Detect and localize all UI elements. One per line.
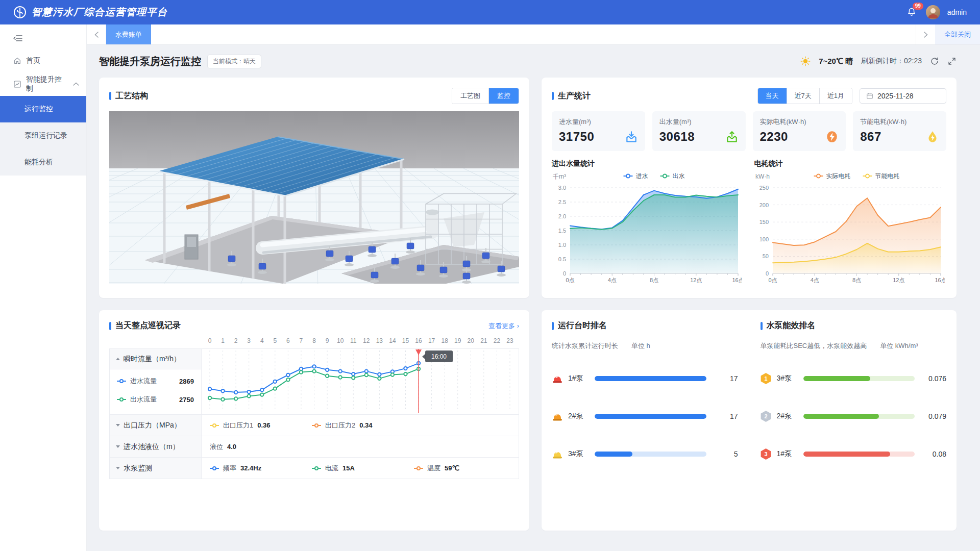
water-chart-title: 进出水量统计 bbox=[552, 159, 744, 168]
inflow-marker-icon bbox=[117, 379, 126, 384]
view-more-link[interactable]: 查看更多 › bbox=[488, 321, 519, 331]
monitor-button[interactable]: 监控 bbox=[488, 88, 519, 104]
efficiency-ranking: 水泵能效排名 单泵能耗比SEC越低，水泵能效越高单位 kWh/m³ 1 3#泵 … bbox=[761, 320, 947, 486]
patrol-row-flow-header[interactable]: 瞬时流量（m³/h） bbox=[110, 349, 201, 369]
patrol-row-pump-monitor-header[interactable]: 水泵监测 bbox=[110, 458, 202, 479]
sidebar-item-home[interactable]: 首页 bbox=[0, 49, 86, 72]
range-tab-today[interactable]: 当天 bbox=[758, 88, 787, 104]
svg-text:进水: 进水 bbox=[636, 172, 648, 180]
fullscreen-icon[interactable] bbox=[947, 57, 957, 66]
patrol-table: 瞬时流量（m³/h） 进水流量 2869 出水流量 2750 bbox=[109, 348, 519, 479]
range-tab-7days[interactable]: 近7天 bbox=[787, 88, 819, 104]
svg-text:千m³: 千m³ bbox=[553, 173, 566, 180]
refresh-countdown: 刷新倒计时：02:23 bbox=[861, 57, 922, 66]
svg-text:250: 250 bbox=[759, 185, 768, 191]
runtime-rank-row-2: 2#泵 17 bbox=[552, 411, 738, 422]
date-picker[interactable]: 2025-11-28 bbox=[860, 88, 946, 104]
close-all-tabs-button[interactable]: 全部关闭 bbox=[935, 24, 980, 44]
mode-badge: 当前模式：晴天 bbox=[207, 55, 261, 68]
current-marker-icon bbox=[312, 466, 321, 471]
power-consumption-chart: kW·h实际电耗节能电耗0501001502002500点4点8点12点16点 bbox=[754, 169, 945, 286]
page-title: 智能提升泵房运行监控 bbox=[99, 55, 201, 68]
app-logo-icon bbox=[13, 6, 27, 19]
username[interactable]: admin bbox=[947, 8, 967, 16]
home-icon bbox=[13, 57, 21, 65]
svg-text:节能电耗: 节能电耗 bbox=[875, 172, 899, 180]
legend-outflow: 出水流量 2750 bbox=[117, 395, 194, 404]
range-tab-1month[interactable]: 近1月 bbox=[819, 88, 852, 104]
stat-cards: 进水量(m³) 31750 出水量(m³) 30618 bbox=[552, 111, 946, 151]
sidebar-group-smart-lift-control[interactable]: 智能提升控制 bbox=[0, 72, 86, 96]
patrol-row-pressure-header[interactable]: 出口压力（MPa） bbox=[110, 415, 202, 436]
temperature-marker-icon bbox=[414, 466, 423, 471]
production-panel-title: 生产统计 bbox=[552, 91, 591, 102]
rankings-panel: 运行台时排名 统计水泵累计运行时长单位 h 1#泵 17 bbox=[542, 310, 957, 531]
control-chart-icon bbox=[13, 80, 21, 88]
water-flow-chart-block: 进出水量统计 千m³进水出水00.51.01.52.02.53.00点4点8点1… bbox=[552, 159, 744, 286]
tab-scroll-right-button[interactable] bbox=[916, 24, 935, 44]
collapse-caret-icon bbox=[116, 358, 120, 360]
svg-text:0点: 0点 bbox=[566, 277, 574, 283]
water-out-icon bbox=[725, 130, 739, 143]
power-saving-icon bbox=[926, 130, 939, 143]
process-diagram-button[interactable]: 工艺图 bbox=[452, 88, 488, 104]
current-item: 电流15A bbox=[312, 464, 414, 473]
expand-caret-icon bbox=[116, 445, 120, 448]
svg-text:0: 0 bbox=[765, 270, 768, 277]
stat-actual-power: 实际电耗(kW·h) 2230 bbox=[753, 111, 846, 151]
process-view-toggle: 工艺图 监控 bbox=[452, 88, 519, 104]
svg-text:出水: 出水 bbox=[673, 172, 685, 180]
process-structure-panel: 工艺结构 工艺图 监控 bbox=[99, 78, 529, 298]
svg-text:kW·h: kW·h bbox=[755, 173, 770, 180]
patrol-panel-title: 当天整点巡视记录 bbox=[109, 320, 181, 331]
svg-text:0.5: 0.5 bbox=[558, 256, 566, 262]
efficiency-rank-row-2: 2 2#泵 0.079 bbox=[761, 411, 947, 422]
notification-badge: 99 bbox=[913, 3, 923, 10]
svg-text:4点: 4点 bbox=[608, 277, 617, 283]
sidebar-collapse-button[interactable] bbox=[0, 24, 86, 49]
svg-text:150: 150 bbox=[759, 219, 768, 225]
process-panel-title: 工艺结构 bbox=[109, 91, 148, 102]
patrol-row-level-header[interactable]: 进水池液位（m） bbox=[110, 436, 202, 457]
svg-text:12点: 12点 bbox=[893, 277, 904, 283]
pressure-2-marker-icon bbox=[312, 423, 321, 428]
water-flow-chart: 千m³进水出水00.51.01.52.02.53.00点4点8点12点16点 bbox=[552, 169, 742, 286]
stat-outflow: 出水量(m³) 30618 bbox=[652, 111, 746, 151]
notifications-button[interactable]: 99 bbox=[904, 5, 919, 19]
alarm-red-icon bbox=[552, 373, 563, 384]
date-range-tabs: 当天 近7天 近1月 bbox=[757, 88, 852, 104]
temperature-item: 温度59℃ bbox=[414, 464, 516, 473]
sidebar-item-pump-run-records[interactable]: 泵组运行记录 bbox=[0, 122, 86, 149]
runtime-rank-row-3: 3#泵 5 bbox=[552, 448, 738, 460]
svg-text:50: 50 bbox=[762, 253, 768, 259]
svg-text:3.0: 3.0 bbox=[558, 185, 566, 191]
brand: 智慧污水厂综合运营管理平台 bbox=[13, 6, 168, 19]
svg-text:16点: 16点 bbox=[732, 277, 742, 283]
tab-scroll-left-button[interactable] bbox=[87, 24, 106, 44]
svg-text:8点: 8点 bbox=[650, 277, 658, 283]
efficiency-ranking-title: 水泵能效排名 bbox=[761, 320, 947, 331]
patrol-record-panel: 当天整点巡视记录 查看更多 › 012345678910111213141516… bbox=[99, 310, 529, 531]
power-actual-icon bbox=[825, 130, 839, 143]
sidebar-item-energy-analysis[interactable]: 能耗分析 bbox=[0, 149, 86, 176]
runtime-ranking: 运行台时排名 统计水泵累计运行时长单位 h 1#泵 17 bbox=[552, 320, 738, 486]
sun-icon bbox=[800, 56, 811, 66]
sidebar-item-run-monitoring[interactable]: 运行监控 bbox=[0, 96, 86, 122]
frequency-item: 频率32.4Hz bbox=[210, 464, 312, 473]
runtime-rank-row-1: 1#泵 17 bbox=[552, 373, 738, 384]
svg-text:1.5: 1.5 bbox=[558, 228, 566, 234]
stat-inflow: 进水量(m³) 31750 bbox=[552, 111, 645, 151]
refresh-icon[interactable] bbox=[930, 57, 939, 66]
tab-spacer bbox=[151, 24, 916, 44]
svg-text:4点: 4点 bbox=[810, 277, 819, 283]
svg-text:2.0: 2.0 bbox=[558, 213, 566, 219]
medal-silver-icon: 2 bbox=[761, 411, 772, 422]
plant-3d-view[interactable] bbox=[109, 111, 519, 284]
avatar[interactable] bbox=[926, 5, 940, 19]
level-item: 液位4.0 bbox=[210, 442, 312, 452]
svg-text:2.5: 2.5 bbox=[558, 199, 566, 205]
tab-water-bill[interactable]: 水费账单 bbox=[106, 24, 151, 44]
efficiency-rank-row-1: 1 3#泵 0.076 bbox=[761, 373, 947, 384]
svg-text:100: 100 bbox=[759, 236, 768, 242]
app-title: 智慧污水厂综合运营管理平台 bbox=[32, 6, 168, 19]
